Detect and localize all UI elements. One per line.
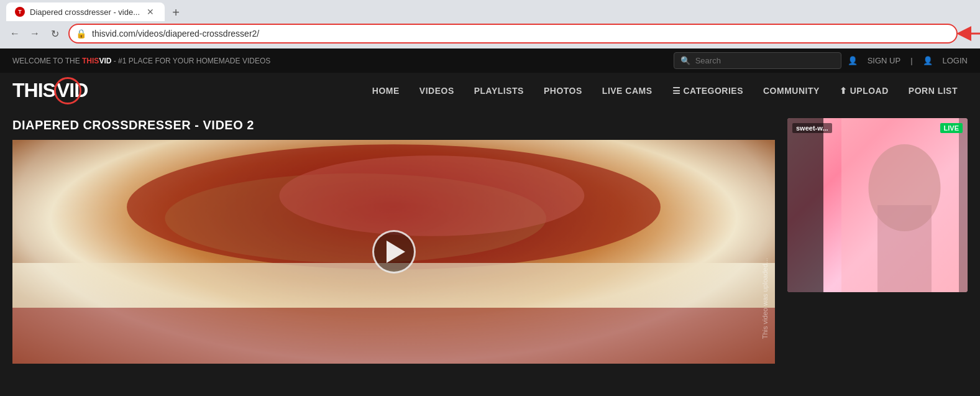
logo-this: THIS bbox=[12, 79, 55, 102]
logo[interactable]: THIS VID bbox=[12, 79, 88, 102]
logo-circle-icon bbox=[54, 77, 81, 104]
page-content: DIAPERED CROSSDRESSER - VIDEO 2 bbox=[0, 108, 980, 374]
search-box[interactable]: 🔍 bbox=[674, 52, 841, 69]
nav-menu: HOME VIDEOS PLAYLISTS PHOTOS LIVE CAMS ☰… bbox=[106, 80, 968, 102]
video-player[interactable]: This video was uploaded... bbox=[12, 140, 775, 364]
nav-porn-list[interactable]: PORN LIST bbox=[899, 80, 968, 102]
search-icon: 🔍 bbox=[680, 56, 690, 65]
svg-point-4 bbox=[279, 155, 584, 236]
nav-videos[interactable]: VIDEOS bbox=[410, 80, 464, 102]
nav-live-cams[interactable]: LIVE CAMS bbox=[592, 80, 662, 102]
sidebar: sweet-w... LIVE bbox=[787, 118, 968, 364]
user-icon-2: 👤 bbox=[923, 56, 933, 65]
nav-upload[interactable]: ⬆ UPLOAD bbox=[830, 80, 899, 102]
search-input[interactable] bbox=[695, 56, 820, 65]
forward-button[interactable]: → bbox=[26, 25, 44, 42]
nav-home[interactable]: HOME bbox=[362, 80, 410, 102]
main-content: DIAPERED CROSSDRESSER - VIDEO 2 bbox=[12, 118, 775, 364]
nav-playlists[interactable]: PLAYLISTS bbox=[464, 80, 534, 102]
sidebar-right-bar bbox=[959, 118, 968, 292]
video-watermark: This video was uploaded... bbox=[761, 258, 769, 339]
tab-favicon: T bbox=[15, 7, 25, 17]
nav-community[interactable]: COMMUNITY bbox=[753, 80, 830, 102]
annotation-arrow bbox=[958, 21, 980, 46]
svg-rect-6 bbox=[12, 308, 775, 364]
live-badge: LIVE bbox=[940, 123, 963, 133]
live-thumb-background bbox=[787, 118, 968, 292]
tab-title: Diapered crossdresser - vide... bbox=[30, 7, 140, 17]
signup-link[interactable]: SIGN UP bbox=[868, 56, 900, 65]
live-username: sweet-w... bbox=[792, 123, 832, 133]
live-thumbnail[interactable]: sweet-w... LIVE bbox=[787, 118, 968, 292]
video-title: DIAPERED CROSSDRESSER - VIDEO 2 bbox=[12, 118, 775, 132]
new-tab-button[interactable]: + bbox=[167, 4, 185, 21]
browser-tab[interactable]: T Diapered crossdresser - vide... ✕ bbox=[6, 2, 165, 21]
login-link[interactable]: LOGIN bbox=[943, 56, 968, 65]
logo-vid-container: VID bbox=[57, 79, 88, 102]
live-visual bbox=[787, 118, 968, 292]
site-topbar: WELCOME TO THE THISVID - #1 PLACE FOR YO… bbox=[0, 48, 980, 73]
refresh-button[interactable]: ↻ bbox=[46, 25, 63, 42]
site-header: THIS VID HOME VIDEOS PLAYLISTS PHOTOS LI… bbox=[0, 73, 980, 108]
address-bar-security-icon: 🔒 bbox=[76, 29, 86, 39]
address-bar-input[interactable] bbox=[68, 24, 958, 44]
play-icon bbox=[387, 241, 405, 263]
search-area: 🔍 👤 SIGN UP | 👤 LOGIN bbox=[674, 52, 968, 69]
nav-photos[interactable]: PHOTOS bbox=[534, 80, 592, 102]
nav-categories[interactable]: ☰ CATEGORIES bbox=[662, 80, 753, 102]
welcome-text: WELCOME TO THE THISVID - #1 PLACE FOR YO… bbox=[12, 57, 270, 65]
user-icon: 👤 bbox=[848, 56, 858, 65]
auth-links: 👤 SIGN UP | 👤 LOGIN bbox=[848, 56, 968, 65]
tab-close-button[interactable]: ✕ bbox=[145, 6, 156, 17]
play-button[interactable] bbox=[372, 230, 416, 274]
back-button[interactable]: ← bbox=[6, 25, 24, 42]
svg-rect-9 bbox=[877, 205, 932, 292]
